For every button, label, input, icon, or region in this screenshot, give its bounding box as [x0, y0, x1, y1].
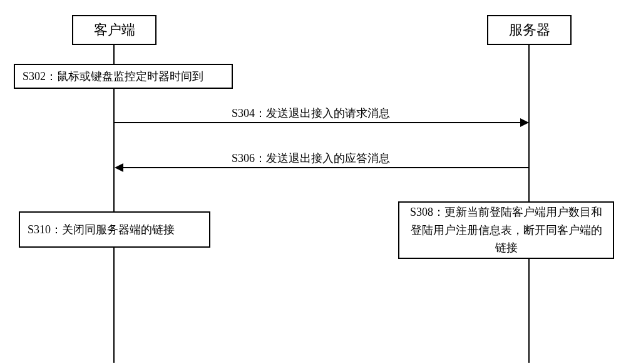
- step-s308-note: S308：更新当前登陆客户端用户数目和登陆用户注册信息表，断开同客户端的链接: [398, 201, 614, 259]
- arrow-s306-line: [123, 167, 530, 168]
- arrow-s306-head: [115, 163, 123, 172]
- arrow-s304-line: [115, 122, 521, 123]
- sequence-diagram: 客户端 服务器 S302：鼠标或键盘监控定时器时间到 S304：发送退出接入的请…: [0, 0, 626, 364]
- arrow-s304-head: [520, 118, 529, 127]
- arrow-s304-label: S304：发送退出接入的请求消息: [232, 106, 390, 121]
- client-lifeline: [113, 45, 115, 363]
- participant-client-box: 客户端: [72, 15, 156, 45]
- step-s308-text: S308：更新当前登陆客户端用户数目和登陆用户注册信息表，断开同客户端的链接: [407, 203, 605, 257]
- participant-server-label: 服务器: [509, 21, 550, 39]
- step-s310-note: S310：关闭同服务器端的链接: [19, 211, 210, 248]
- participant-server-box: 服务器: [487, 15, 572, 45]
- arrow-s306-label: S306：发送退出接入的应答消息: [232, 151, 390, 166]
- step-s302-text: S302：鼠标或键盘监控定时器时间到: [23, 68, 203, 86]
- step-s302-note: S302：鼠标或键盘监控定时器时间到: [14, 64, 233, 89]
- step-s310-text: S310：关闭同服务器端的链接: [28, 221, 175, 239]
- participant-client-label: 客户端: [94, 21, 135, 39]
